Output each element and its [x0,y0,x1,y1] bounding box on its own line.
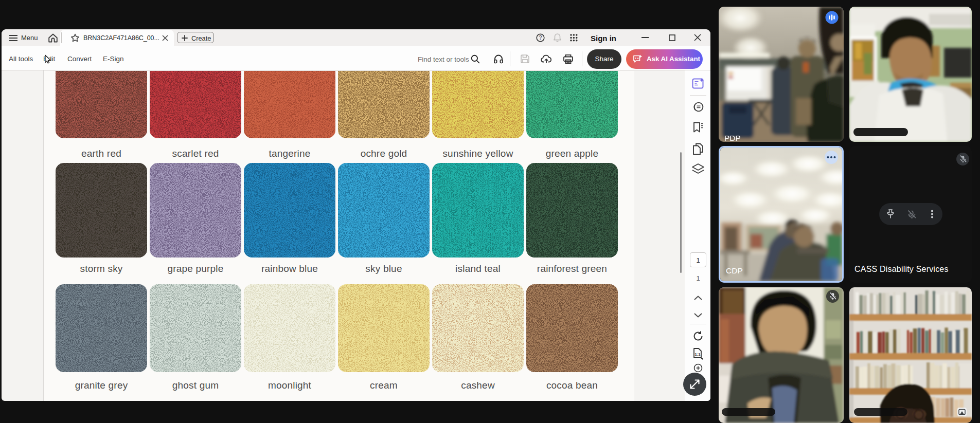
svg-text:1:1: 1:1 [695,352,701,357]
svg-text:?: ? [539,34,542,41]
svg-text:CDP: CDP [726,266,743,275]
svg-text:PDP: PDP [724,134,741,142]
